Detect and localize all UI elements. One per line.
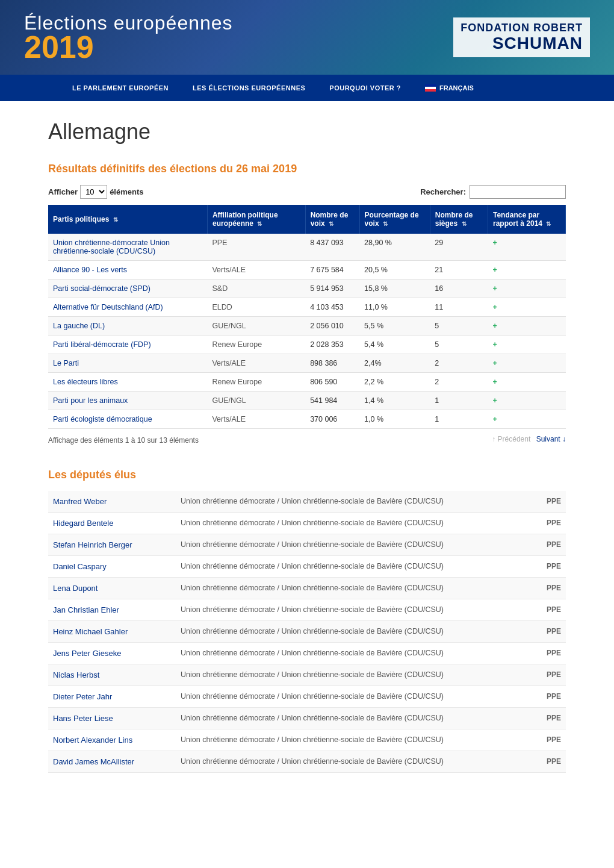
deputy-affiliation: PPE: [536, 735, 566, 744]
page-title: Allemagne: [48, 119, 566, 145]
cell-party: Parti social-démocrate (SPD): [48, 279, 207, 298]
deputy-party: Union chrétienne démocrate / Union chrét…: [181, 497, 524, 505]
prev-link[interactable]: ↑ Précédent: [492, 435, 530, 443]
deputy-affiliation: PPE: [536, 497, 566, 505]
header-right: FONDATION ROBERT SCHUMAN: [453, 17, 590, 58]
sort-percentage-icon[interactable]: ⇅: [383, 220, 388, 227]
rechercher-control: Rechercher:: [420, 185, 566, 199]
deputy-name[interactable]: Niclas Herbst: [48, 670, 169, 679]
cell-percentage: 15,8 %: [359, 279, 430, 298]
pagination-area: Affichage des éléments 1 à 10 sur 13 élé…: [48, 435, 566, 445]
cell-affiliation: Verts/ALE: [207, 261, 305, 279]
table-row: La gauche (DL) GUE/NGL 2 056 010 5,5 % 5…: [48, 317, 566, 336]
deputy-item: Jens Peter Gieseke Union chrétienne démo…: [48, 643, 566, 664]
nav-language[interactable]: FRANÇAIS: [413, 75, 486, 101]
cell-seats: 5: [430, 317, 488, 336]
cell-party: Union chrétienne-démocrate Union chrétie…: [48, 234, 207, 261]
cell-seats: 29: [430, 234, 488, 261]
rechercher-text: Rechercher:: [420, 187, 466, 196]
sort-seats-icon[interactable]: ⇅: [462, 220, 467, 227]
cell-trend: +: [488, 234, 565, 261]
deputy-name[interactable]: Heinz Michael Gahler: [48, 627, 169, 636]
deputy-party: Union chrétienne démocrate / Union chrét…: [181, 714, 524, 722]
deputy-name[interactable]: Manfred Weber: [48, 497, 169, 506]
deputy-name[interactable]: David James McAllister: [48, 757, 169, 766]
search-input[interactable]: [470, 185, 566, 199]
main-content: Allemagne Résultats définitifs des élect…: [36, 101, 578, 791]
cell-affiliation: GUE/NGL: [207, 317, 305, 336]
cell-trend: +: [488, 373, 565, 392]
cell-affiliation: Verts/ALE: [207, 410, 305, 429]
deputy-party: Union chrétienne démocrate / Union chrét…: [181, 562, 524, 570]
deputy-affiliation: PPE: [536, 757, 566, 766]
french-flag-icon: [425, 84, 436, 92]
cell-seats: 2: [430, 354, 488, 373]
col-seats[interactable]: Nombre de sièges ⇅: [430, 205, 488, 234]
nav-elections[interactable]: LES ÉLECTIONS EUROPÉENNES: [181, 75, 317, 101]
col-votes[interactable]: Nombre de voix ⇅: [305, 205, 359, 234]
pagination-info: Affichage des éléments 1 à 10 sur 13 élé…: [48, 436, 199, 445]
deputy-item: Lena Dupont Union chrétienne démocrate /…: [48, 578, 566, 599]
deputy-item: Stefan Heinrich Berger Union chrétienne …: [48, 534, 566, 556]
language-label: FRANÇAIS: [439, 84, 474, 92]
cell-affiliation: Verts/ALE: [207, 354, 305, 373]
deputy-name[interactable]: Jens Peter Gieseke: [48, 649, 169, 658]
deputies-section: Les députés élus Manfred Weber Union chr…: [48, 469, 566, 773]
next-link[interactable]: Suivant ↓: [536, 435, 566, 443]
col-trend[interactable]: Tendance par rapport à 2014 ⇅: [488, 205, 565, 234]
deputy-party: Union chrétienne démocrate / Union chrét…: [181, 540, 524, 549]
deputy-party: Union chrétienne démocrate / Union chrét…: [181, 735, 524, 744]
deputy-name[interactable]: Daniel Caspary: [48, 562, 169, 571]
deputy-party: Union chrétienne démocrate / Union chrét…: [181, 627, 524, 635]
deputy-name[interactable]: Jan Christian Ehler: [48, 605, 169, 614]
col-percentage[interactable]: Pourcentage de voix ⇅: [359, 205, 430, 234]
page-header: Élections européennes 2019 FONDATION ROB…: [0, 0, 614, 75]
col-affiliation[interactable]: Affiliation politique européenne ⇅: [207, 205, 305, 234]
deputy-name[interactable]: Lena Dupont: [48, 584, 169, 593]
deputy-name[interactable]: Norbert Alexander Lins: [48, 735, 169, 745]
pagination-links: ↑ Précédent Suivant ↓: [488, 435, 566, 443]
cell-party: Alliance 90 - Les verts: [48, 261, 207, 279]
cell-seats: 11: [430, 298, 488, 317]
cell-affiliation: Renew Europe: [207, 373, 305, 392]
nav-voter[interactable]: POURQUOI VOTER ?: [317, 75, 413, 101]
deputy-party: Union chrétienne démocrate / Union chrét…: [181, 670, 524, 679]
sort-trend-icon[interactable]: ⇅: [546, 220, 551, 227]
cell-percentage: 1,0 %: [359, 410, 430, 429]
col-parties[interactable]: Partis politiques ⇅: [48, 205, 207, 234]
table-row: Union chrétienne-démocrate Union chrétie…: [48, 234, 566, 261]
cell-party: Le Parti: [48, 354, 207, 373]
results-section-title: Résultats définitifs des élections du 26…: [48, 163, 566, 175]
deputy-affiliation: PPE: [536, 627, 566, 635]
fondation-line1: FONDATION ROBERT: [460, 22, 583, 34]
cell-percentage: 28,90 %: [359, 234, 430, 261]
sort-parties-icon[interactable]: ⇅: [113, 216, 118, 223]
cell-votes: 7 675 584: [305, 261, 359, 279]
sort-affiliation-icon[interactable]: ⇅: [257, 220, 262, 227]
sort-votes-icon[interactable]: ⇅: [329, 220, 333, 227]
nav-parlement[interactable]: LE PARLEMENT EUROPÉEN: [60, 75, 181, 101]
deputy-affiliation: PPE: [536, 605, 566, 614]
deputy-item: Heinz Michael Gahler Union chrétienne dé…: [48, 621, 566, 643]
afficher-control: Afficher 10 25 50 éléments: [48, 185, 144, 199]
cell-seats: 21: [430, 261, 488, 279]
header-left: Élections européennes 2019: [24, 12, 233, 63]
deputy-name[interactable]: Dieter Peter Jahr: [48, 692, 169, 701]
deputy-name[interactable]: Hans Peter Liese: [48, 714, 169, 723]
cell-votes: 370 006: [305, 410, 359, 429]
afficher-select[interactable]: 10 25 50: [80, 185, 107, 199]
cell-percentage: 11,0 %: [359, 298, 430, 317]
deputy-name[interactable]: Hidegard Bentele: [48, 519, 169, 528]
deputy-item: Niclas Herbst Union chrétienne démocrate…: [48, 664, 566, 686]
deputy-item: Jan Christian Ehler Union chrétienne dém…: [48, 599, 566, 621]
cell-party: Les électeurs libres: [48, 373, 207, 392]
cell-affiliation: PPE: [207, 234, 305, 261]
deputy-party: Union chrétienne démocrate / Union chrét…: [181, 605, 524, 614]
deputy-affiliation: PPE: [536, 649, 566, 657]
fondation-line2: SCHUMAN: [460, 34, 583, 53]
cell-affiliation: ELDD: [207, 298, 305, 317]
cell-percentage: 2,4%: [359, 354, 430, 373]
cell-affiliation: Renew Europe: [207, 336, 305, 354]
deputy-party: Union chrétienne démocrate / Union chrét…: [181, 584, 524, 592]
deputy-name[interactable]: Stefan Heinrich Berger: [48, 540, 169, 549]
